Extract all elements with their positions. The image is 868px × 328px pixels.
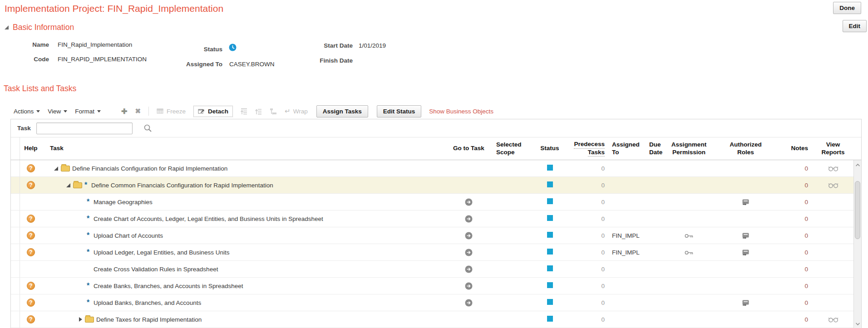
basic-information-section-header[interactable]: Basic Information bbox=[5, 23, 74, 32]
help-icon[interactable]: ? bbox=[27, 248, 35, 256]
column-header-task: Task bbox=[42, 145, 445, 152]
task-label: Upload Banks, Branches, and Accounts bbox=[94, 299, 201, 306]
predecessor-tasks-count: 0 bbox=[601, 266, 605, 273]
notes-count-link[interactable]: 0 bbox=[804, 215, 808, 222]
help-cell: ? bbox=[20, 248, 42, 256]
status-icon bbox=[547, 316, 553, 322]
collapse-section-icon[interactable] bbox=[5, 25, 9, 29]
table-row[interactable]: ?*Create Chart of Accounts, Ledger, Lega… bbox=[11, 211, 861, 227]
help-icon[interactable]: ? bbox=[27, 215, 35, 223]
page-title: Implementation Project: FIN_Rapid_Implem… bbox=[5, 3, 223, 14]
table-row[interactable]: ?*Define Common Financials Configuration… bbox=[11, 177, 861, 194]
scrollbar-thumb[interactable] bbox=[855, 181, 860, 239]
notes-count-link[interactable]: 0 bbox=[804, 283, 808, 289]
notes-count-link[interactable]: 0 bbox=[804, 299, 808, 306]
view-reports-icon[interactable] bbox=[828, 166, 838, 171]
authorized-roles-icon[interactable] bbox=[742, 232, 750, 239]
required-star-icon: * bbox=[84, 181, 89, 189]
column-header-scope: SelectedScope bbox=[493, 141, 531, 157]
go-to-task-icon[interactable] bbox=[465, 299, 473, 307]
task-cell: *Upload Banks, Branches, and Accounts bbox=[42, 299, 445, 307]
notes-count-link[interactable]: 0 bbox=[804, 316, 808, 323]
edit-status-button[interactable]: Edit Status bbox=[377, 105, 422, 117]
authorized-roles-icon[interactable] bbox=[742, 299, 750, 306]
chevron-down-icon bbox=[97, 110, 101, 113]
authorized-roles-icon[interactable] bbox=[742, 199, 750, 206]
table-row[interactable]: *Manage Geographies00 bbox=[11, 194, 861, 211]
help-icon[interactable]: ? bbox=[27, 231, 35, 240]
task-search-input[interactable] bbox=[36, 122, 133, 134]
help-icon[interactable]: ? bbox=[27, 299, 35, 307]
scroll-down-icon[interactable] bbox=[855, 320, 861, 327]
predecessor-tasks-count: 0 bbox=[601, 199, 605, 206]
view-reports-icon[interactable] bbox=[828, 317, 838, 323]
finish-date-label: Finish Date bbox=[286, 57, 353, 64]
table-row[interactable]: ?*Create Banks, Branches, and Accounts i… bbox=[11, 278, 861, 294]
table-row[interactable]: ?*Upload Banks, Branches, and Accounts00 bbox=[11, 294, 861, 311]
task-cell: Define Financials Configuration for Rapi… bbox=[42, 165, 445, 172]
assigned-to-cell: FIN_IMPL bbox=[608, 249, 647, 256]
go-to-task-icon[interactable] bbox=[465, 249, 473, 256]
notes-count-link[interactable]: 0 bbox=[804, 199, 808, 206]
status-icon bbox=[547, 165, 553, 171]
table-row[interactable]: *Create Cross Validation Rules in Spread… bbox=[11, 261, 861, 278]
go-to-task-icon[interactable] bbox=[465, 282, 473, 290]
edit-button[interactable]: Edit bbox=[843, 20, 867, 32]
delete-icon[interactable]: ✖ bbox=[135, 107, 141, 115]
search-icon[interactable] bbox=[143, 124, 152, 132]
show-business-objects-link[interactable]: Show Business Objects bbox=[429, 108, 493, 115]
done-button[interactable]: Done bbox=[833, 2, 861, 14]
go-to-task-icon[interactable] bbox=[465, 215, 473, 223]
collapse-node-icon[interactable] bbox=[66, 183, 70, 187]
notes-count-link[interactable]: 0 bbox=[804, 232, 808, 239]
task-cell: Define Taxes for Rapid Implementation bbox=[42, 316, 445, 323]
help-cell: ? bbox=[20, 282, 42, 290]
actions-menu[interactable]: Actions bbox=[14, 108, 40, 115]
table-row[interactable]: ?*Upload Chart of Accounts0FIN_IMPL0 bbox=[11, 227, 861, 244]
expand-node-icon[interactable] bbox=[79, 317, 82, 322]
notes-count-link[interactable]: 0 bbox=[804, 182, 808, 189]
task-label: Manage Geographies bbox=[94, 199, 153, 206]
table-row[interactable]: ?Define Taxes for Rapid Implementation00 bbox=[11, 311, 861, 328]
task-cell: *Create Chart of Accounts, Ledger, Legal… bbox=[42, 215, 445, 223]
detach-button[interactable]: Detach bbox=[193, 106, 233, 117]
predecessor-tasks-count: 0 bbox=[601, 232, 605, 239]
authorized-roles-icon[interactable] bbox=[742, 249, 750, 256]
status-icon bbox=[547, 299, 553, 305]
help-icon[interactable]: ? bbox=[27, 164, 35, 172]
go-to-task-icon[interactable] bbox=[465, 198, 473, 206]
vertical-scrollbar[interactable] bbox=[853, 160, 861, 328]
format-menu[interactable]: Format bbox=[75, 108, 101, 115]
notes-count-link[interactable]: 0 bbox=[804, 266, 808, 273]
add-icon[interactable]: ✚ bbox=[121, 107, 127, 116]
assigned-to-cell: FIN_IMPL bbox=[608, 232, 647, 239]
help-icon[interactable]: ? bbox=[27, 315, 35, 323]
table-row[interactable]: ?*Upload Ledger, Legal Entities, and Bus… bbox=[11, 244, 861, 261]
go-to-task-icon[interactable] bbox=[465, 265, 473, 273]
column-header-roles: AuthorizedRoles bbox=[713, 141, 779, 157]
predecessor-tasks-count: 0 bbox=[601, 283, 605, 289]
status-icon bbox=[547, 265, 553, 271]
required-star-icon: * bbox=[87, 299, 91, 307]
view-reports-icon[interactable] bbox=[828, 182, 838, 188]
scroll-up-icon[interactable] bbox=[855, 162, 861, 168]
help-icon[interactable]: ? bbox=[27, 282, 35, 290]
assign-tasks-button[interactable]: Assign Tasks bbox=[316, 105, 368, 117]
status-icon bbox=[547, 249, 553, 255]
name-value: FIN_Rapid_Implementation bbox=[58, 41, 132, 48]
task-label: Upload Ledger, Legal Entities, and Busin… bbox=[94, 249, 229, 256]
chevron-down-icon bbox=[36, 110, 40, 113]
table-row[interactable]: ?Define Financials Configuration for Rap… bbox=[11, 160, 861, 177]
collapse-node-icon[interactable] bbox=[54, 166, 58, 171]
help-cell: ? bbox=[20, 164, 42, 172]
go-up-icon bbox=[255, 108, 262, 115]
view-menu[interactable]: View bbox=[48, 108, 67, 115]
required-star-icon: * bbox=[87, 231, 91, 240]
assignment-permission-key-icon bbox=[685, 250, 693, 255]
notes-count-link[interactable]: 0 bbox=[804, 249, 808, 256]
predecessor-tasks-count: 0 bbox=[601, 182, 605, 189]
task-label: Define Common Financials Configuration f… bbox=[91, 182, 273, 189]
go-to-task-icon[interactable] bbox=[465, 232, 473, 240]
notes-count-link[interactable]: 0 bbox=[804, 165, 808, 172]
help-icon[interactable]: ? bbox=[27, 181, 35, 189]
